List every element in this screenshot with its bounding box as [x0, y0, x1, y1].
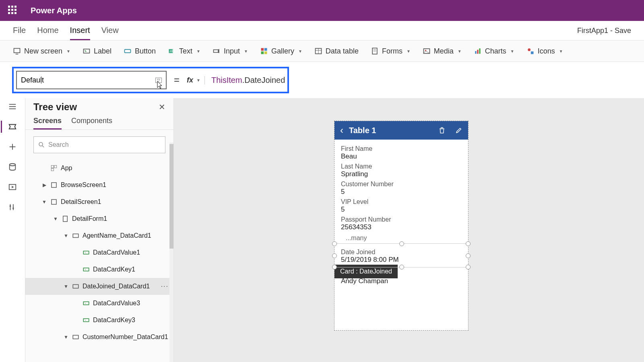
ribbon-input[interactable]: Input ▼ — [213, 47, 248, 56]
tree-tab-components[interactable]: Components — [71, 117, 112, 130]
menu-tabs: File Home Insert View — [13, 26, 119, 40]
expand-icon[interactable]: ▶ — [41, 182, 47, 188]
chevron-down-icon: ▼ — [196, 49, 200, 53]
svg-point-20 — [425, 50, 426, 51]
equals-sign: = — [171, 74, 183, 86]
form-title: Table 1 — [349, 126, 429, 135]
ribbon-label: Text — [179, 47, 192, 56]
form-icon — [371, 47, 379, 55]
tree-tab-screens[interactable]: Screens — [33, 117, 62, 130]
ribbon-icons[interactable]: Icons ▼ — [526, 47, 563, 56]
formula-highlight: Default ▽ = fx ▼ ThisItem.DateJoined — [12, 67, 289, 93]
ribbon-label-btn[interactable]: Label — [83, 47, 111, 56]
svg-line-53 — [85, 303, 86, 304]
chevron-down-icon: ▼ — [66, 49, 70, 53]
collapse-icon[interactable]: ▼ — [63, 233, 69, 239]
svg-rect-40 — [51, 165, 54, 168]
collapse-icon[interactable]: ▼ — [53, 216, 58, 222]
tree-item-customernumber-datacard1[interactable]: ▼ CustomerNumber_DataCard1 — [25, 329, 173, 346]
chart-icon — [474, 47, 482, 55]
insert-icon[interactable] — [8, 142, 17, 151]
tree-item-browsescreen1[interactable]: ▶ BrowseScreen1 — [25, 177, 173, 193]
chevron-down-icon: ▼ — [244, 49, 248, 53]
form-preview[interactable]: ‹ Table 1 First Name Beau Last Name Spra… — [334, 121, 469, 331]
menu-tab-home[interactable]: Home — [37, 26, 58, 40]
resize-handle[interactable] — [399, 265, 404, 269]
ribbon-new-screen[interactable]: New screen ▼ — [13, 47, 70, 56]
property-selector[interactable]: Default ▽ — [16, 71, 167, 89]
tree-item-detailscreen1[interactable]: ▼ DetailScreen1 — [25, 193, 173, 210]
gallery-icon — [260, 47, 268, 55]
ribbon-label: Icons — [538, 47, 555, 56]
main-area: Tree view ✕ Screens Components Search Ap… — [0, 98, 644, 362]
tree-item-label: DateJoined_DataCard1 — [83, 283, 150, 290]
chevron-down-icon: ▼ — [196, 78, 200, 82]
svg-rect-56 — [73, 335, 78, 339]
tree-item-detailform1[interactable]: ▼ DetailForm1 — [25, 210, 173, 227]
svg-point-31 — [10, 164, 16, 166]
menu-tab-file[interactable]: File — [13, 26, 26, 40]
field-value: Spratling — [341, 170, 462, 178]
resize-handle[interactable] — [466, 265, 471, 269]
ribbon-label: Data table — [326, 47, 359, 56]
tree-item-app[interactable]: App — [25, 160, 173, 177]
resize-handle[interactable] — [332, 265, 337, 269]
resize-handle[interactable] — [466, 241, 471, 246]
screen-icon — [13, 47, 21, 55]
canvas[interactable]: ‹ Table 1 First Name Beau Last Name Spra… — [174, 98, 644, 362]
svg-rect-23 — [479, 48, 480, 53]
close-icon[interactable]: ✕ — [159, 102, 165, 112]
field-value: 5/19/2019 8:00 PM — [341, 256, 462, 264]
more-options-icon[interactable]: ··· — [161, 283, 169, 290]
ribbon-label: Label — [94, 47, 111, 56]
tree-view-panel: Tree view ✕ Screens Components Search Ap… — [25, 98, 174, 362]
ribbon-button-btn[interactable]: Button — [124, 47, 156, 56]
screen-icon — [50, 198, 58, 206]
hamburger-icon[interactable] — [8, 102, 17, 111]
resize-handle[interactable] — [399, 241, 404, 246]
tree-item-datacardvalue1[interactable]: DataCardValue1 — [25, 244, 173, 261]
ribbon-charts[interactable]: Charts ▼ — [474, 47, 514, 56]
tree-item-label: DataCardValue3 — [93, 300, 140, 307]
formula-input[interactable]: ThisItem.DateJoined — [211, 75, 285, 85]
edit-icon[interactable] — [455, 127, 462, 134]
ribbon-forms[interactable]: Forms ▼ — [371, 47, 411, 56]
settings-rail-icon[interactable] — [8, 203, 17, 212]
collapse-icon[interactable]: ▼ — [63, 334, 69, 340]
saved-status: FirstApp1 - Save — [577, 27, 631, 35]
form-titlebar: ‹ Table 1 — [334, 121, 468, 140]
delete-icon[interactable] — [438, 127, 446, 134]
chevron-down-icon: ▼ — [458, 49, 462, 53]
ribbon-gallery[interactable]: Gallery ▼ — [260, 47, 302, 56]
resize-handle[interactable] — [332, 253, 337, 258]
media-rail-icon[interactable] — [8, 183, 17, 191]
ribbon-text[interactable]: Abc Text ▼ — [168, 47, 200, 56]
tree-search-input[interactable]: Search — [33, 136, 165, 153]
ribbon-media[interactable]: Media ▼ — [423, 47, 462, 56]
collapse-icon[interactable]: ▼ — [63, 284, 69, 289]
label-icon — [83, 47, 91, 55]
tree-item-agentname-datacard1[interactable]: ▼ AgentName_DataCard1 — [25, 227, 173, 244]
scrollbar-thumb[interactable] — [169, 144, 173, 249]
menu-tab-view[interactable]: View — [101, 26, 119, 40]
tree-item-datacardkey3[interactable]: DataCardKey3 — [25, 312, 173, 329]
data-icon[interactable] — [8, 162, 17, 171]
mouse-cursor-icon — [155, 80, 163, 90]
tree-item-datacardkey1[interactable]: DataCardKey1 — [25, 261, 173, 278]
svg-rect-0 — [14, 48, 20, 53]
tree-view-icon[interactable] — [8, 122, 17, 131]
app-launcher-icon[interactable] — [6, 4, 19, 17]
back-icon[interactable]: ‹ — [340, 125, 343, 136]
ribbon-datatable[interactable]: Data table — [314, 47, 359, 56]
resize-handle[interactable] — [466, 253, 471, 258]
resize-handle[interactable] — [332, 241, 337, 246]
tree-item-datacardvalue3[interactable]: DataCardValue3 — [25, 295, 173, 312]
menu-tab-insert[interactable]: Insert — [70, 26, 90, 40]
svg-text:Abc: Abc — [170, 49, 175, 53]
collapse-icon[interactable]: ▼ — [41, 199, 47, 205]
fx-button[interactable]: fx ▼ — [187, 76, 205, 84]
svg-rect-49 — [83, 268, 89, 271]
tree-item-datejoined-datacard1[interactable]: ▼ DateJoined_DataCard1 ··· — [25, 278, 173, 295]
svg-rect-44 — [52, 200, 56, 204]
svg-rect-4 — [125, 49, 131, 53]
